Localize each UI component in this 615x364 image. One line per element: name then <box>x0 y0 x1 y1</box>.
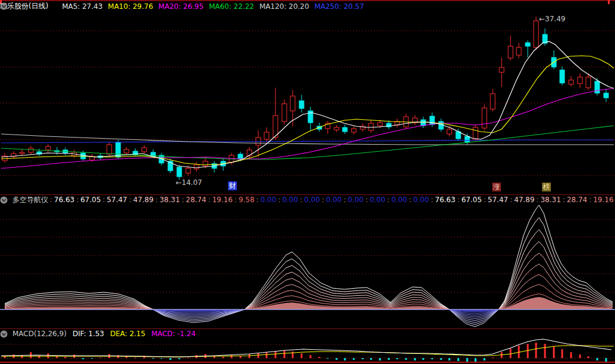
ma-values-list: MA5: 27.43MA10: 29.76MA20: 26.95MA60: 22… <box>62 2 369 11</box>
value-separator: : <box>344 196 346 204</box>
marquee-badge[interactable]: 榜 <box>542 183 551 191</box>
indicator-value: 67.05 <box>80 196 100 204</box>
value-separator: : <box>50 196 52 204</box>
value-separator: : <box>208 196 210 204</box>
value-separator: : <box>589 196 591 204</box>
indicator-value: 0.00 <box>304 196 320 204</box>
indicator-value: 0.00 <box>348 196 364 204</box>
svg-text:←37.49: ←37.49 <box>539 15 565 23</box>
ma-item: MA250: 20.57 <box>315 2 364 11</box>
indicator-value: 19.16 <box>212 196 232 204</box>
indicator-values: :76.63:67.05:57.47:47.89:38.31:28.74:19.… <box>48 196 615 204</box>
marquee-badge[interactable]: 涨 <box>492 183 501 191</box>
ma-item: MA20: 26.95 <box>158 2 204 11</box>
indicator-value: 47.89 <box>514 196 534 204</box>
collapse-chevron-icon[interactable] <box>2 330 9 338</box>
separator-indicator-macd <box>0 328 615 329</box>
indicator-value: 76.63 <box>435 196 455 204</box>
indicator-value: 19.16 <box>593 196 613 204</box>
value-separator: : <box>278 196 280 204</box>
macd-dea-value: DEA: 2.15 <box>110 330 145 338</box>
indicator-value: 0.00 <box>391 196 407 204</box>
main-candlestick-chart[interactable]: ←14.07←37.49 <box>0 0 615 196</box>
indicator-value: 76.63 <box>54 196 74 204</box>
macd-name: MACD(12,26,9) <box>12 330 66 338</box>
indicator-value: 0.00 <box>261 196 277 204</box>
indicator-value: 0.00 <box>369 196 385 204</box>
indicator-value: 57.47 <box>488 196 508 204</box>
value-separator: : <box>484 196 486 204</box>
bottom-border <box>0 362 615 363</box>
ma-item: MA120: 20.20 <box>259 2 309 11</box>
value-separator: : <box>103 196 105 204</box>
value-separator: : <box>536 196 538 204</box>
value-separator: : <box>256 196 259 204</box>
indicator-value: 28.74 <box>186 196 206 204</box>
indicator-value: 57.47 <box>107 196 127 204</box>
value-separator: : <box>182 196 184 204</box>
indicator-value: 38.31 <box>160 196 180 204</box>
value-separator: : <box>409 196 411 204</box>
duokong-fan-chart[interactable] <box>0 196 615 330</box>
macd-dif-value: DIF: 1.53 <box>72 330 104 338</box>
macd-macd-value: MACD: -1.24 <box>151 330 196 338</box>
collapse-chevron-icon[interactable] <box>2 196 9 204</box>
value-separator: : <box>76 196 78 204</box>
value-separator: : <box>387 196 389 204</box>
indicator-value: 9.58 <box>239 196 255 204</box>
ma-item: MA5: 27.43 <box>62 2 102 11</box>
indicator-value: 0.00 <box>282 196 298 204</box>
indicator-value: 47.89 <box>133 196 153 204</box>
indicator-value: 67.05 <box>461 196 481 204</box>
value-separator: : <box>431 196 433 204</box>
marquee-badge[interactable]: 财 <box>228 181 237 190</box>
ma-item: MA10: 29.76 <box>108 2 153 11</box>
separator-main-indicator <box>0 194 615 195</box>
value-separator: : <box>129 196 131 204</box>
indicator-value: 0.00 <box>413 196 429 204</box>
value-separator: : <box>457 196 459 204</box>
ma-item: MA60: 22.22 <box>209 2 254 11</box>
value-separator: : <box>510 196 512 204</box>
indicator-value: 0.00 <box>326 196 342 204</box>
indicator-name: 多空导航仪 <box>12 196 48 204</box>
stock-chart-window: ←14.07←37.49 双乐股份(日线) MA5: 27.43MA10: 29… <box>0 0 615 364</box>
svg-text:←14.07: ←14.07 <box>176 178 202 187</box>
value-separator: : <box>156 196 158 204</box>
indicator-value: 38.31 <box>540 196 560 204</box>
value-separator: : <box>300 196 302 204</box>
value-separator: : <box>322 196 324 204</box>
indicator-value: 28.74 <box>567 196 587 204</box>
value-separator: : <box>365 196 367 204</box>
value-separator: : <box>563 196 565 204</box>
collapse-chevron-icon[interactable] <box>51 2 59 10</box>
value-separator: : <box>234 196 237 204</box>
